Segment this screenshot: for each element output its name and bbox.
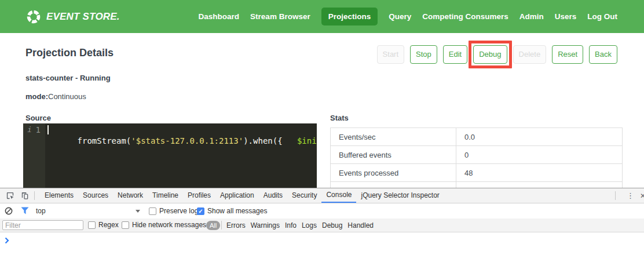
tab-elements[interactable]: Elements <box>40 188 78 203</box>
tab-network[interactable]: Network <box>113 188 148 203</box>
stop-button[interactable]: Stop <box>410 45 437 64</box>
frame-context-selector[interactable]: top <box>36 207 46 215</box>
tab-sources[interactable]: Sources <box>78 188 113 203</box>
tab-console[interactable]: Console <box>321 188 356 203</box>
debug-highlight-annotation: Debug <box>469 41 511 68</box>
stat-label: Buffered events <box>331 146 456 164</box>
stat-value: 48 <box>456 164 623 182</box>
close-icon[interactable]: ✕ <box>640 192 644 200</box>
action-buttons: Start Stop Edit Debug Delete Reset Back <box>377 45 617 64</box>
start-button[interactable]: Start <box>377 45 404 64</box>
tab-timeline[interactable]: Timeline <box>148 188 183 203</box>
mode-value: Continuous <box>48 92 86 101</box>
event-store-logo[interactable]: EVENT STORE. <box>26 9 120 24</box>
projection-mode: mode:Continuous <box>25 92 86 101</box>
filter-level-all-button[interactable]: All <box>206 221 220 230</box>
filter-input[interactable] <box>2 220 83 230</box>
source-heading: Source <box>25 114 51 122</box>
toolbar-divider <box>221 221 222 230</box>
tab-security[interactable]: Security <box>287 188 321 203</box>
filter-level-debug[interactable]: Debug <box>322 221 342 230</box>
nav-item-stream-browser[interactable]: Stream Browser <box>250 8 310 26</box>
device-toolbar-icon[interactable] <box>20 191 29 201</box>
code-editor[interactable]: i 1 fromStream('$stats-127.0.0.1:2113').… <box>23 123 317 190</box>
table-row: Buffered events 0 <box>331 146 623 164</box>
filter-level-logs[interactable]: Logs <box>302 221 317 230</box>
chevron-down-icon[interactable] <box>136 210 140 213</box>
console-prompt[interactable] <box>0 232 644 254</box>
nav-item-query[interactable]: Query <box>389 8 411 26</box>
code-string: '$stats-127.0.0.1:2113' <box>131 136 243 145</box>
edit-button[interactable]: Edit <box>443 45 467 64</box>
table-row: Events/sec 0.0 <box>331 128 623 146</box>
toolbar-divider <box>615 191 616 200</box>
regex-checkbox[interactable] <box>88 221 96 229</box>
stat-value: 0 <box>456 146 623 164</box>
nav-item-users[interactable]: Users <box>555 8 577 26</box>
hide-network-messages-checkbox[interactable] <box>122 221 129 229</box>
app-header: EVENT STORE. Dashboard Stream Browser Pr… <box>0 0 644 33</box>
stat-value: 0.0 <box>456 128 623 146</box>
filter-level-warnings[interactable]: Warnings <box>251 221 280 230</box>
stat-label: Events processed <box>331 164 456 182</box>
devtools-tabbar: Elements Sources Network Timeline Profil… <box>0 188 644 203</box>
show-all-messages-label[interactable]: Show all messages <box>207 207 267 215</box>
code-plain: fromStream( <box>78 136 131 145</box>
nav-item-admin[interactable]: Admin <box>519 8 544 26</box>
regex-label[interactable]: Regex <box>98 221 119 229</box>
console-prompt-icon <box>5 237 9 244</box>
console-filter-bar: Regex Hide network messages All Errors W… <box>0 218 644 232</box>
reset-button[interactable]: Reset <box>552 45 583 64</box>
code-init-keyword: $init: <box>297 136 317 145</box>
table-row: Events processed 48 <box>331 164 623 182</box>
nav-item-dashboard[interactable]: Dashboard <box>199 8 240 26</box>
hide-network-messages-control: Hide network messages <box>122 221 206 229</box>
tab-jquery-selector-inspector[interactable]: jQuery Selector Inspector <box>356 188 444 203</box>
tab-application[interactable]: Application <box>215 188 259 203</box>
kebab-menu-icon[interactable]: ⋮ <box>621 191 640 200</box>
preserve-log-control: Preserve log <box>149 207 198 215</box>
code-plain: ).when({ <box>243 136 297 145</box>
logo-text: EVENT STORE. <box>46 11 120 23</box>
editor-gutter: i 1 <box>23 123 45 190</box>
clear-console-icon[interactable] <box>5 207 13 215</box>
nav-item-projections[interactable]: Projections <box>321 8 378 26</box>
filter-level-errors[interactable]: Errors <box>226 221 246 230</box>
stats-heading: Stats <box>330 114 349 122</box>
nav-item-log-out[interactable]: Log Out <box>587 8 617 26</box>
hide-network-messages-label[interactable]: Hide network messages <box>132 221 206 229</box>
filter-level-handled[interactable]: Handled <box>347 221 374 230</box>
tab-audits[interactable]: Audits <box>259 188 287 203</box>
devtools-panel: Elements Sources Network Timeline Profil… <box>0 188 644 255</box>
toolbar-divider <box>34 191 35 200</box>
inspect-element-icon[interactable] <box>5 191 14 201</box>
filter-levels: Errors Warnings Info Logs Debug Handled <box>226 221 374 230</box>
projection-status: stats-counter - Running <box>25 74 111 82</box>
show-all-messages-control: Show all messages <box>197 207 267 215</box>
page-title: Projection Details <box>25 47 114 59</box>
preserve-log-checkbox[interactable] <box>149 207 156 215</box>
stat-label: Events/sec <box>331 128 456 146</box>
show-all-messages-checkbox[interactable] <box>197 207 204 215</box>
filter-funnel-icon[interactable] <box>21 207 29 214</box>
mode-label: mode: <box>25 92 48 101</box>
main-nav: Dashboard Stream Browser Projections Que… <box>199 8 617 26</box>
line-number: 1 <box>36 125 41 134</box>
event-store-logo-icon <box>26 9 41 24</box>
main-content: Projection Details Start Stop Edit Debug… <box>0 33 644 188</box>
code-line: fromStream('$stats-127.0.0.1:2113').when… <box>45 123 317 190</box>
back-button[interactable]: Back <box>589 45 617 64</box>
text-cursor <box>47 125 49 134</box>
info-annotation-icon: i <box>27 125 32 134</box>
debug-button[interactable]: Debug <box>473 45 507 64</box>
filter-level-info[interactable]: Info <box>285 221 297 230</box>
regex-control: Regex <box>88 221 119 229</box>
tab-profiles[interactable]: Profiles <box>183 188 215 203</box>
console-toolbar: top Preserve log Show all messages <box>0 203 644 218</box>
delete-button[interactable]: Delete <box>513 45 547 64</box>
nav-item-competing-consumers[interactable]: Competing Consumers <box>422 8 508 26</box>
preserve-log-label[interactable]: Preserve log <box>159 207 198 215</box>
devtools-window-controls: ⋮ ✕ <box>610 188 644 203</box>
